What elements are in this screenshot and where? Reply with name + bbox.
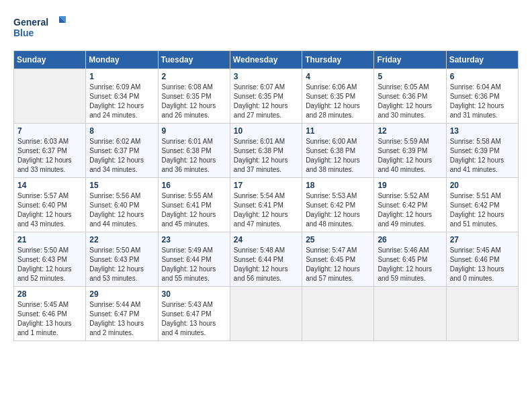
- day-detail: Sunrise: 6:07 AMSunset: 6:35 PMDaylight:…: [234, 83, 298, 120]
- day-number: 25: [306, 235, 370, 244]
- day-number: 18: [306, 181, 370, 190]
- calendar-week-row: 14Sunrise: 5:57 AMSunset: 6:40 PMDayligh…: [14, 178, 519, 232]
- logo-svg: General Blue: [13, 13, 67, 44]
- calendar-day-cell: 21Sunrise: 5:50 AMSunset: 6:43 PMDayligh…: [14, 232, 86, 287]
- day-number: 17: [234, 181, 298, 190]
- calendar-day-cell: 22Sunrise: 5:50 AMSunset: 6:43 PMDayligh…: [86, 232, 158, 287]
- day-number: 22: [89, 235, 154, 244]
- weekday-header: Thursday: [302, 51, 374, 69]
- weekday-header: Saturday: [446, 51, 518, 69]
- day-number: 28: [17, 289, 82, 299]
- calendar-week-row: 21Sunrise: 5:50 AMSunset: 6:43 PMDayligh…: [14, 232, 519, 287]
- page-header: General Blue: [13, 13, 519, 44]
- calendar-day-cell: 2Sunrise: 6:08 AMSunset: 6:35 PMDaylight…: [158, 69, 230, 124]
- calendar-day-cell: 29Sunrise: 5:44 AMSunset: 6:47 PMDayligh…: [86, 287, 158, 341]
- calendar-day-cell: 23Sunrise: 5:49 AMSunset: 6:44 PMDayligh…: [158, 232, 230, 287]
- weekday-header: Monday: [86, 51, 158, 69]
- calendar-day-cell: 8Sunrise: 6:02 AMSunset: 6:37 PMDaylight…: [86, 124, 158, 178]
- day-detail: Sunrise: 5:47 AMSunset: 6:45 PMDaylight:…: [306, 246, 370, 283]
- calendar-table: SundayMondayTuesdayWednesdayThursdayFrid…: [13, 50, 519, 341]
- calendar-day-cell: 14Sunrise: 5:57 AMSunset: 6:40 PMDayligh…: [14, 178, 86, 232]
- calendar-day-cell: 6Sunrise: 6:04 AMSunset: 6:36 PMDaylight…: [446, 69, 518, 124]
- day-number: 26: [378, 235, 442, 244]
- calendar-day-cell: 11Sunrise: 6:00 AMSunset: 6:38 PMDayligh…: [302, 124, 374, 178]
- calendar-day-cell: 1Sunrise: 6:09 AMSunset: 6:34 PMDaylight…: [86, 69, 158, 124]
- day-number: 7: [17, 126, 82, 136]
- day-number: 9: [162, 126, 226, 136]
- logo: General Blue: [13, 13, 67, 44]
- calendar-day-cell: 12Sunrise: 5:59 AMSunset: 6:39 PMDayligh…: [374, 124, 446, 178]
- day-number: 30: [162, 289, 226, 299]
- calendar-day-cell: 3Sunrise: 6:07 AMSunset: 6:35 PMDaylight…: [230, 69, 302, 124]
- calendar-week-row: 1Sunrise: 6:09 AMSunset: 6:34 PMDaylight…: [14, 69, 519, 124]
- calendar-day-cell: 7Sunrise: 6:03 AMSunset: 6:37 PMDaylight…: [14, 124, 86, 178]
- day-number: 1: [89, 72, 154, 81]
- calendar-day-cell: [446, 287, 518, 341]
- svg-text:General: General: [13, 17, 48, 28]
- calendar-day-cell: 16Sunrise: 5:55 AMSunset: 6:41 PMDayligh…: [158, 178, 230, 232]
- day-number: 4: [306, 72, 370, 81]
- day-number: 29: [89, 289, 154, 299]
- day-detail: Sunrise: 5:53 AMSunset: 6:42 PMDaylight:…: [306, 191, 370, 229]
- calendar-day-cell: [374, 287, 446, 341]
- weekday-header: Sunday: [14, 51, 86, 69]
- calendar-day-cell: 30Sunrise: 5:43 AMSunset: 6:47 PMDayligh…: [158, 287, 230, 341]
- day-detail: Sunrise: 6:00 AMSunset: 6:38 PMDaylight:…: [306, 137, 370, 175]
- day-number: 10: [234, 126, 298, 136]
- day-detail: Sunrise: 6:02 AMSunset: 6:37 PMDaylight:…: [89, 137, 154, 175]
- day-detail: Sunrise: 5:54 AMSunset: 6:41 PMDaylight:…: [234, 191, 298, 229]
- calendar-day-cell: 26Sunrise: 5:46 AMSunset: 6:45 PMDayligh…: [374, 232, 446, 287]
- day-detail: Sunrise: 5:45 AMSunset: 6:46 PMDaylight:…: [450, 246, 515, 283]
- calendar-day-cell: 15Sunrise: 5:56 AMSunset: 6:40 PMDayligh…: [86, 178, 158, 232]
- day-detail: Sunrise: 6:01 AMSunset: 6:38 PMDaylight:…: [234, 137, 298, 175]
- day-number: 3: [234, 72, 298, 81]
- calendar-day-cell: 20Sunrise: 5:51 AMSunset: 6:42 PMDayligh…: [446, 178, 518, 232]
- day-detail: Sunrise: 6:01 AMSunset: 6:38 PMDaylight:…: [162, 137, 226, 175]
- day-detail: Sunrise: 5:48 AMSunset: 6:44 PMDaylight:…: [234, 246, 298, 283]
- day-detail: Sunrise: 5:45 AMSunset: 6:46 PMDaylight:…: [17, 300, 82, 338]
- day-number: 15: [89, 181, 154, 190]
- day-number: 11: [306, 126, 370, 136]
- day-detail: Sunrise: 5:58 AMSunset: 6:39 PMDaylight:…: [450, 137, 515, 175]
- day-detail: Sunrise: 5:43 AMSunset: 6:47 PMDaylight:…: [162, 300, 226, 338]
- day-detail: Sunrise: 5:49 AMSunset: 6:44 PMDaylight:…: [162, 246, 226, 283]
- calendar-week-row: 7Sunrise: 6:03 AMSunset: 6:37 PMDaylight…: [14, 124, 519, 178]
- day-number: 2: [162, 72, 226, 81]
- calendar-day-cell: 28Sunrise: 5:45 AMSunset: 6:46 PMDayligh…: [14, 287, 86, 341]
- day-number: 14: [17, 181, 82, 190]
- day-number: 21: [17, 235, 82, 244]
- day-number: 16: [162, 181, 226, 190]
- calendar-day-cell: [302, 287, 374, 341]
- day-number: 23: [162, 235, 226, 244]
- calendar-day-cell: 9Sunrise: 6:01 AMSunset: 6:38 PMDaylight…: [158, 124, 230, 178]
- day-number: 8: [89, 126, 154, 136]
- day-detail: Sunrise: 5:46 AMSunset: 6:45 PMDaylight:…: [378, 246, 442, 283]
- weekday-header: Tuesday: [158, 51, 230, 69]
- day-detail: Sunrise: 6:03 AMSunset: 6:37 PMDaylight:…: [17, 137, 82, 175]
- calendar-day-cell: 27Sunrise: 5:45 AMSunset: 6:46 PMDayligh…: [446, 232, 518, 287]
- day-detail: Sunrise: 6:04 AMSunset: 6:36 PMDaylight:…: [450, 83, 515, 120]
- day-detail: Sunrise: 6:06 AMSunset: 6:35 PMDaylight:…: [306, 83, 370, 120]
- day-detail: Sunrise: 5:52 AMSunset: 6:42 PMDaylight:…: [378, 191, 442, 229]
- calendar-day-cell: 5Sunrise: 6:05 AMSunset: 6:36 PMDaylight…: [374, 69, 446, 124]
- calendar-day-cell: 13Sunrise: 5:58 AMSunset: 6:39 PMDayligh…: [446, 124, 518, 178]
- day-detail: Sunrise: 5:56 AMSunset: 6:40 PMDaylight:…: [89, 191, 154, 229]
- day-number: 12: [378, 126, 442, 136]
- day-detail: Sunrise: 5:55 AMSunset: 6:41 PMDaylight:…: [162, 191, 226, 229]
- weekday-header: Wednesday: [230, 51, 302, 69]
- day-number: 5: [378, 72, 442, 81]
- day-number: 6: [450, 72, 515, 81]
- calendar-day-cell: [14, 69, 86, 124]
- calendar-day-cell: 19Sunrise: 5:52 AMSunset: 6:42 PMDayligh…: [374, 178, 446, 232]
- calendar-day-cell: [230, 287, 302, 341]
- day-number: 24: [234, 235, 298, 244]
- calendar-day-cell: 24Sunrise: 5:48 AMSunset: 6:44 PMDayligh…: [230, 232, 302, 287]
- calendar-day-cell: 18Sunrise: 5:53 AMSunset: 6:42 PMDayligh…: [302, 178, 374, 232]
- day-detail: Sunrise: 5:57 AMSunset: 6:40 PMDaylight:…: [17, 191, 82, 229]
- calendar-day-cell: 4Sunrise: 6:06 AMSunset: 6:35 PMDaylight…: [302, 69, 374, 124]
- calendar-week-row: 28Sunrise: 5:45 AMSunset: 6:46 PMDayligh…: [14, 287, 519, 341]
- day-detail: Sunrise: 5:51 AMSunset: 6:42 PMDaylight:…: [450, 191, 515, 229]
- weekday-header: Friday: [374, 51, 446, 69]
- day-number: 27: [450, 235, 515, 244]
- day-detail: Sunrise: 5:50 AMSunset: 6:43 PMDaylight:…: [17, 246, 82, 283]
